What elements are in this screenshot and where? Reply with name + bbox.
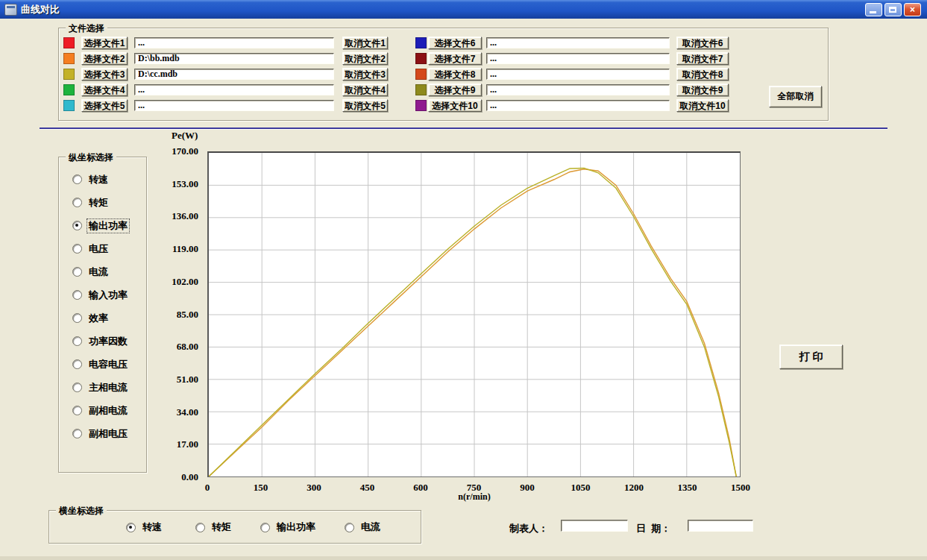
x-tick-label: 150 — [237, 482, 285, 494]
file-path-input[interactable] — [134, 84, 334, 95]
x-axis-option[interactable]: 输出功率 — [260, 520, 317, 534]
cancel-file-button[interactable]: 取消文件9 — [676, 84, 729, 96]
y-axis-option[interactable]: 转矩 — [72, 191, 129, 214]
y-axis-option[interactable]: 副相电压 — [72, 422, 129, 445]
y-axis-title: Pe(W) — [172, 130, 198, 142]
file-color-swatch — [63, 37, 75, 48]
file-color-swatch — [415, 37, 427, 48]
select-file-button[interactable]: 选择文件3 — [81, 68, 128, 81]
radio-icon[interactable] — [72, 406, 82, 415]
file-color-swatch — [415, 100, 427, 111]
radio-icon[interactable] — [72, 383, 82, 392]
x-tick-label: 0 — [183, 482, 231, 494]
file-selection-group-label: 文件选择 — [66, 22, 107, 35]
y-axis-option[interactable]: 输出功率 — [72, 214, 129, 237]
file-path-input[interactable] — [486, 53, 670, 64]
cancel-file-button[interactable]: 取消文件7 — [676, 52, 729, 65]
cancel-file-button[interactable]: 取消文件8 — [676, 68, 729, 81]
minimize-icon[interactable] — [865, 3, 882, 16]
radio-icon[interactable] — [72, 244, 82, 254]
y-tick-label: 34.00 — [152, 406, 198, 418]
select-file-button[interactable]: 选择文件2 — [81, 52, 128, 65]
radio-icon[interactable] — [72, 290, 82, 300]
select-file-button[interactable]: 选择文件6 — [428, 37, 482, 49]
radio-icon[interactable] — [260, 523, 270, 532]
radio-label: 效率 — [87, 312, 110, 325]
cancel-file-button[interactable]: 取消文件4 — [342, 84, 388, 96]
file-path-input[interactable] — [486, 69, 670, 80]
y-axis-option[interactable]: 副相电流 — [72, 399, 129, 422]
print-button[interactable]: 打 印 — [779, 345, 843, 369]
radio-icon[interactable] — [72, 336, 82, 346]
file-path-input[interactable] — [486, 84, 670, 95]
radio-label: 主相电流 — [87, 381, 129, 394]
radio-icon[interactable] — [72, 267, 82, 277]
y-axis-option[interactable]: 电压 — [72, 237, 129, 260]
y-axis-option[interactable]: 电容电压 — [72, 353, 129, 376]
file-color-swatch — [415, 69, 427, 80]
radio-icon[interactable] — [195, 523, 205, 532]
x-tick-label: 1050 — [557, 482, 605, 494]
radio-icon[interactable] — [345, 523, 354, 532]
file-row: 选择文件3取消文件3 — [63, 68, 388, 81]
file-path-input[interactable] — [134, 53, 334, 64]
cancel-file-button[interactable]: 取消文件6 — [676, 37, 729, 49]
close-icon[interactable]: × — [904, 3, 921, 16]
select-file-button[interactable]: 选择文件8 — [428, 68, 482, 81]
cancel-all-button[interactable]: 全部取消 — [769, 86, 822, 107]
file-path-input[interactable] — [486, 100, 670, 111]
cancel-file-button[interactable]: 取消文件1 — [342, 37, 388, 49]
select-file-button[interactable]: 选择文件5 — [81, 99, 128, 112]
y-axis-option[interactable]: 输入功率 — [72, 283, 129, 306]
y-tick-label: 170.00 — [152, 145, 198, 157]
cancel-file-button[interactable]: 取消文件5 — [342, 99, 388, 112]
select-file-button[interactable]: 选择文件9 — [428, 84, 482, 96]
x-axis-selector-group: 横坐标选择 转速转矩输出功率电流 — [48, 510, 421, 544]
y-tick-label: 17.00 — [152, 438, 198, 450]
cancel-file-button[interactable]: 取消文件10 — [676, 99, 729, 112]
radio-label: 电流 — [359, 520, 382, 534]
x-axis-option[interactable]: 转速 — [126, 520, 163, 534]
cancel-file-button[interactable]: 取消文件3 — [342, 68, 388, 81]
y-axis-option[interactable]: 电流 — [72, 260, 129, 283]
maker-input[interactable] — [561, 520, 628, 532]
file-row: 选择文件4取消文件4 — [63, 84, 388, 96]
file-path-input[interactable] — [486, 37, 670, 48]
radio-icon[interactable] — [72, 174, 82, 184]
bottom-strip — [0, 556, 927, 560]
radio-icon[interactable] — [126, 523, 136, 532]
cancel-file-button[interactable]: 取消文件2 — [342, 52, 388, 65]
file-column-right: 选择文件6取消文件6选择文件7取消文件7选择文件8取消文件8选择文件9取消文件9… — [415, 37, 729, 115]
x-axis-option[interactable]: 转矩 — [195, 520, 233, 534]
file-path-input[interactable] — [134, 37, 334, 48]
separator-line — [40, 128, 887, 129]
y-tick-label: 136.00 — [152, 210, 198, 222]
y-axis-option[interactable]: 功率因数 — [72, 330, 129, 353]
y-axis-option[interactable]: 效率 — [72, 306, 129, 330]
select-file-button[interactable]: 选择文件10 — [428, 99, 482, 112]
x-tick-label: 1200 — [610, 482, 658, 494]
date-input[interactable] — [688, 520, 753, 532]
radio-icon[interactable] — [72, 313, 82, 323]
title-bar: 曲线对比 × — [0, 0, 927, 19]
x-tick-label: 750 — [450, 482, 498, 494]
file-row: 选择文件2取消文件2 — [63, 52, 388, 65]
file-row: 选择文件1取消文件1 — [63, 37, 388, 49]
maximize-icon[interactable] — [884, 3, 902, 16]
y-axis-option[interactable]: 转速 — [72, 168, 129, 191]
file-row: 选择文件9取消文件9 — [415, 84, 729, 96]
y-axis-option[interactable]: 主相电流 — [72, 376, 129, 399]
x-axis-option[interactable]: 电流 — [345, 520, 382, 534]
select-file-button[interactable]: 选择文件4 — [81, 84, 128, 96]
radio-icon[interactable] — [72, 221, 82, 230]
select-file-button[interactable]: 选择文件7 — [428, 52, 482, 65]
chart-plot-area — [207, 151, 741, 477]
radio-icon[interactable] — [72, 359, 82, 369]
file-path-input[interactable] — [134, 69, 334, 80]
radio-icon[interactable] — [72, 198, 82, 207]
select-file-button[interactable]: 选择文件1 — [81, 37, 128, 49]
app-icon — [4, 4, 17, 16]
radio-icon[interactable] — [72, 429, 82, 438]
file-path-input[interactable] — [134, 100, 334, 111]
y-axis-radio-list: 转速转矩输出功率电压电流输入功率效率功率因数电容电压主相电流副相电流副相电压 — [72, 168, 129, 445]
